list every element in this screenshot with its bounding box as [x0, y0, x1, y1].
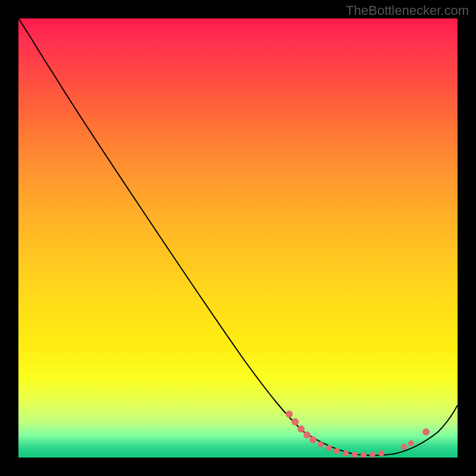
- data-point: [352, 452, 358, 458]
- chart-area: [18, 18, 458, 458]
- attribution-text: TheBottlenecker.com: [346, 3, 469, 18]
- data-point: [292, 418, 299, 425]
- data-point: [334, 448, 340, 454]
- data-point: [422, 428, 430, 436]
- data-point: [286, 411, 293, 418]
- data-points-group: [286, 411, 430, 458]
- data-point: [318, 441, 324, 447]
- bottleneck-curve: [18, 18, 458, 455]
- data-point: [309, 436, 317, 443]
- data-point: [326, 445, 332, 451]
- data-point: [361, 452, 367, 458]
- data-point: [369, 452, 375, 458]
- chart-svg: [18, 18, 458, 458]
- data-point: [343, 450, 349, 456]
- data-point: [298, 425, 305, 433]
- data-point: [378, 450, 384, 456]
- data-point: [401, 444, 407, 450]
- data-point: [408, 440, 414, 446]
- data-point: [303, 431, 311, 439]
